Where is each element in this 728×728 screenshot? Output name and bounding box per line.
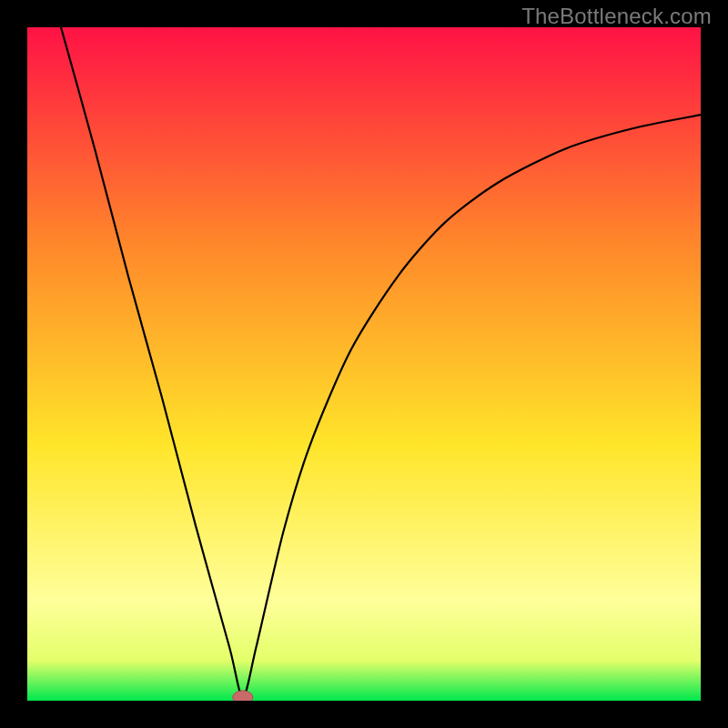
watermark-text: TheBottleneck.com xyxy=(521,4,712,29)
gradient-background xyxy=(27,27,701,701)
chart-plot-area xyxy=(27,27,701,701)
optimum-marker xyxy=(233,691,253,701)
chart-svg xyxy=(27,27,701,701)
chart-frame: TheBottleneck.com xyxy=(0,0,728,728)
